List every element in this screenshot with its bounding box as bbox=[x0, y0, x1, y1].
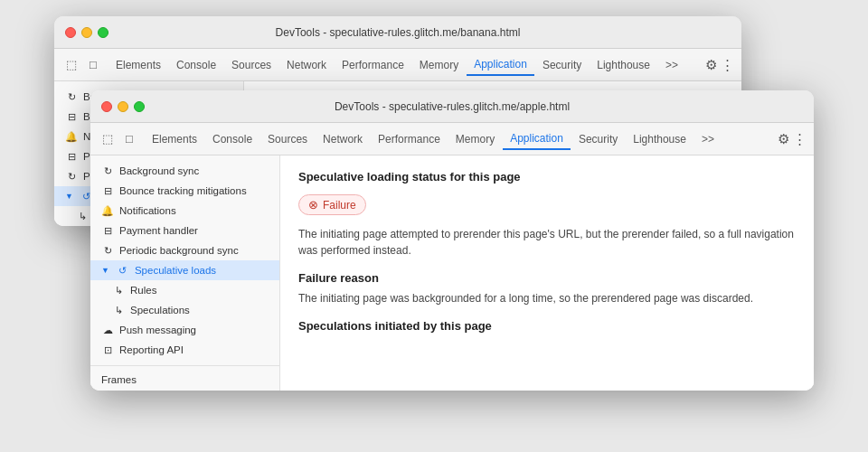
sidebar-item-payment-front[interactable]: ⊟ Payment handler bbox=[90, 221, 279, 240]
tab-console-front[interactable]: Console bbox=[205, 129, 259, 149]
status-badge-failure: ⊗ Failure bbox=[298, 194, 366, 215]
device-icon-back[interactable]: □ bbox=[83, 55, 103, 75]
tab-elements-back[interactable]: Elements bbox=[108, 55, 168, 75]
sidebar-label-payment-front: Payment handler bbox=[119, 225, 198, 236]
rules-icon-front: ↳ bbox=[112, 284, 125, 297]
maximize-button-front[interactable] bbox=[134, 101, 145, 112]
tab-sources-back[interactable]: Sources bbox=[224, 55, 278, 75]
reporting-icon-front: ⊡ bbox=[101, 344, 114, 356]
sidebar-item-frames[interactable]: Frames bbox=[90, 370, 279, 390]
settings-icon-front[interactable]: ⚙ bbox=[778, 131, 789, 147]
bounce-icon-back: ⊟ bbox=[65, 110, 78, 123]
payment-icon-front: ⊟ bbox=[101, 224, 114, 237]
tab-security-back[interactable]: Security bbox=[535, 55, 589, 75]
tab-more-back[interactable]: >> bbox=[658, 55, 685, 75]
toolbar-back: ⬚ □ Elements Console Sources Network Per… bbox=[54, 49, 741, 81]
sidebar-item-push-front[interactable]: ☁ Push messaging bbox=[90, 320, 279, 340]
tab-memory-front[interactable]: Memory bbox=[448, 129, 502, 149]
payment-icon-back: ⊟ bbox=[65, 150, 78, 163]
titlebar-front: DevTools - speculative-rules.glitch.me/a… bbox=[90, 90, 814, 123]
settings-icon-back[interactable]: ⚙ bbox=[705, 57, 717, 73]
traffic-lights-front[interactable] bbox=[101, 101, 145, 112]
push-icon-front: ☁ bbox=[101, 324, 114, 336]
traffic-lights-back[interactable] bbox=[65, 27, 108, 38]
periodic-icon-front: ↻ bbox=[101, 244, 114, 257]
tab-network-front[interactable]: Network bbox=[316, 129, 370, 149]
toolbar-front: ⬚ □ Elements Console Sources Network Per… bbox=[90, 123, 814, 155]
tab-sources-front[interactable]: Sources bbox=[260, 129, 315, 149]
sidebar-item-bounce-front[interactable]: ⊟ Bounce tracking mitigations bbox=[90, 181, 279, 201]
sidebar-label-bounce-front: Bounce tracking mitigations bbox=[119, 185, 247, 196]
tab-more-front[interactable]: >> bbox=[694, 129, 722, 149]
bg-sync-icon-back: ↻ bbox=[65, 90, 78, 103]
frames-label: Frames bbox=[101, 374, 137, 385]
sidebar-item-rules-front[interactable]: ↳ Rules bbox=[90, 280, 279, 300]
bg-sync-icon-front: ↻ bbox=[101, 165, 114, 177]
more-icon-back[interactable]: ⋮ bbox=[721, 57, 734, 73]
tab-elements-front[interactable]: Elements bbox=[145, 129, 204, 149]
section-title-front: Speculative loading status for this page bbox=[298, 170, 796, 184]
notifications-icon-front: 🔔 bbox=[101, 204, 114, 217]
sidebar-item-speculations-front[interactable]: ↳ Speculations bbox=[90, 300, 279, 320]
failure-label: Failure bbox=[323, 199, 356, 212]
tab-lighthouse-front[interactable]: Lighthouse bbox=[626, 129, 693, 149]
sidebar-label-notifications-front: Notifications bbox=[119, 205, 176, 216]
speculations-icon-front: ↳ bbox=[112, 304, 125, 316]
expand-icon-speculative-front: ▼ bbox=[101, 266, 109, 275]
tab-performance-front[interactable]: Performance bbox=[371, 129, 448, 149]
periodic-icon-back: ↻ bbox=[65, 170, 78, 183]
window-title-back: DevTools - speculative-rules.glitch.me/b… bbox=[276, 26, 521, 39]
toolbar-tabs-front: Elements Console Sources Network Perform… bbox=[141, 128, 776, 150]
notifications-icon-back: 🔔 bbox=[65, 130, 78, 143]
tab-security-front[interactable]: Security bbox=[571, 129, 625, 149]
sidebar-label-rules-front: Rules bbox=[130, 285, 156, 296]
expand-icon-speculative-back: ▼ bbox=[65, 192, 73, 201]
close-button-back[interactable] bbox=[65, 27, 76, 38]
sidebar-label-reporting-front: Reporting API bbox=[119, 344, 184, 355]
rules-icon-back: ↳ bbox=[76, 210, 89, 222]
minimize-button-front[interactable] bbox=[118, 101, 128, 112]
failure-intro-text: The initiating page attempted to prerend… bbox=[298, 226, 796, 259]
tab-application-front[interactable]: Application bbox=[503, 128, 571, 150]
tab-performance-back[interactable]: Performance bbox=[335, 55, 411, 75]
inspect-icon-back[interactable]: ⬚ bbox=[61, 55, 81, 75]
speculations-heading: Speculations initiated by this page bbox=[298, 319, 796, 333]
tab-application-back[interactable]: Application bbox=[467, 54, 534, 76]
tab-network-back[interactable]: Network bbox=[279, 55, 334, 75]
minimize-button-back[interactable] bbox=[81, 27, 92, 38]
window-title-front: DevTools - speculative-rules.glitch.me/a… bbox=[335, 100, 570, 113]
sidebar-item-periodic-front[interactable]: ↻ Periodic background sync bbox=[90, 240, 279, 260]
sidebar-item-reporting-front[interactable]: ⊡ Reporting API bbox=[90, 340, 279, 360]
maximize-button-back[interactable] bbox=[98, 27, 108, 38]
titlebar-back: DevTools - speculative-rules.glitch.me/b… bbox=[54, 16, 741, 49]
close-button-front[interactable] bbox=[101, 101, 112, 112]
sidebar-label-speculations-front: Speculations bbox=[130, 305, 190, 315]
failure-reason-text: The initiating page was backgrounded for… bbox=[298, 290, 796, 306]
sidebar-label-speculative-front: Speculative loads bbox=[135, 265, 216, 276]
tab-memory-back[interactable]: Memory bbox=[412, 55, 466, 75]
sidebar-label-bg-sync-front: Background sync bbox=[119, 165, 199, 176]
sidebar-label-push-front: Push messaging bbox=[119, 325, 196, 335]
sidebar-label-periodic-front: Periodic background sync bbox=[119, 245, 239, 256]
sidebar-item-notifications-front[interactable]: 🔔 Notifications bbox=[90, 201, 279, 221]
toolbar-tabs-back: Elements Console Sources Network Perform… bbox=[105, 54, 703, 76]
device-icon-front[interactable]: □ bbox=[119, 129, 139, 149]
more-icon-front[interactable]: ⋮ bbox=[793, 131, 807, 147]
speculative-icon-front: ↺ bbox=[117, 264, 129, 277]
content-panel-front: Speculative loading status for this page… bbox=[280, 155, 814, 391]
main-content-front: ↻ Background sync ⊟ Bounce tracking miti… bbox=[90, 155, 814, 391]
inspect-icon-front[interactable]: ⬚ bbox=[98, 129, 118, 149]
toolbar-right-back: ⚙ ⋮ bbox=[705, 57, 734, 73]
sidebar-item-bg-sync-front[interactable]: ↻ Background sync bbox=[90, 161, 279, 181]
toolbar-right-front: ⚙ ⋮ bbox=[778, 131, 807, 147]
sidebar-front: ↻ Background sync ⊟ Bounce tracking miti… bbox=[90, 155, 280, 391]
tab-lighthouse-back[interactable]: Lighthouse bbox=[590, 55, 657, 75]
devtools-window-front: DevTools - speculative-rules.glitch.me/a… bbox=[90, 90, 814, 391]
tab-console-back[interactable]: Console bbox=[169, 55, 223, 75]
failure-reason-heading: Failure reason bbox=[298, 271, 796, 285]
bounce-icon-front: ⊟ bbox=[101, 184, 114, 197]
failure-icon: ⊗ bbox=[308, 198, 318, 212]
sidebar-item-speculative-front[interactable]: ▼ ↺ Speculative loads bbox=[90, 260, 279, 280]
